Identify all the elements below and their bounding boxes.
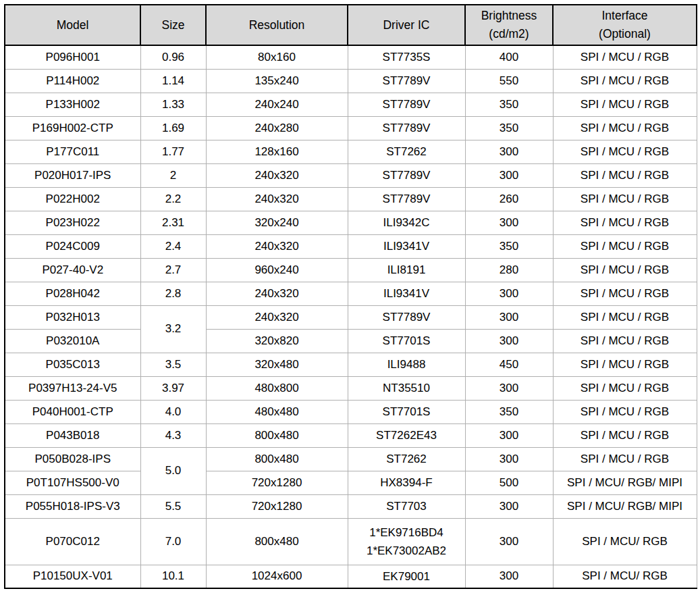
driver-ic-line: ST7789V	[354, 72, 460, 90]
table-row: P022H0022.2240x320ST7789V260SPI / MCU / …	[5, 187, 697, 211]
cell-resolution: 240x320	[206, 163, 348, 187]
cell-size: 3.5	[140, 353, 206, 376]
cell-driver-ic: ST7789V	[348, 305, 465, 329]
cell-interface: SPI / MCU/ RGB	[553, 518, 697, 565]
cell-model: P070C012	[5, 518, 140, 565]
cell-interface: SPI / MCU / RGB	[553, 258, 697, 282]
cell-interface: SPI / MCU / RGB	[553, 400, 697, 423]
cell-interface: SPI / MCU/ RGB/ MIPI	[553, 494, 697, 518]
cell-model: P055H018-IPS-V3	[5, 494, 140, 518]
table-row: P020H017-IPS2240x320ST7789V300SPI / MCU …	[5, 163, 697, 187]
cell-resolution: 720x1280	[206, 494, 348, 518]
driver-ic-line: ILI9341V	[354, 284, 460, 303]
cell-brightness: 300	[465, 305, 553, 329]
cell-brightness: 300	[465, 494, 553, 518]
cell-model: P040H001-CTP	[5, 400, 140, 423]
cell-brightness: 280	[465, 258, 553, 282]
table-row: P028H0422.8240x320ILI9341V300SPI / MCU /…	[5, 282, 697, 305]
cell-brightness: 350	[465, 116, 553, 140]
cell-brightness: 350	[465, 93, 553, 116]
cell-brightness: 300	[465, 423, 553, 447]
driver-ic-line: ST7703	[354, 497, 460, 515]
cell-resolution: 480x800	[206, 376, 348, 400]
column-header-line: Driver IC	[352, 16, 460, 34]
cell-size: 7.0	[140, 518, 206, 565]
table-row: P040H001-CTP4.0480x480ST7701S350SPI / MC…	[5, 400, 697, 423]
cell-brightness: 300	[465, 163, 553, 187]
driver-ic-line: ST7789V	[354, 308, 460, 326]
cell-model: P0397H13-24-V5	[5, 376, 140, 400]
cell-interface: SPI / MCU / RGB	[553, 140, 697, 163]
cell-model: P043B018	[5, 423, 140, 447]
driver-ic-line: ST7262	[354, 450, 460, 468]
cell-resolution: 240x320	[206, 234, 348, 258]
table-row: P070C0127.0800x4801*EK9716BD41*EK73002AB…	[5, 518, 697, 565]
cell-driver-ic: ST7735S	[348, 45, 465, 69]
cell-size: 2.31	[140, 211, 206, 234]
driver-ic-line: 1*EK9716BD4	[354, 523, 460, 542]
table-row: P050B028-IPS5.0800x480ST7262300SPI / MCU…	[5, 447, 697, 471]
header-row: ModelSizeResolutionDriver ICBrightness(c…	[5, 5, 697, 45]
cell-interface: SPI / MCU / RGB	[553, 45, 697, 69]
driver-ic-line: ST7789V	[354, 119, 460, 137]
column-header-line: Interface	[558, 7, 692, 25]
column-header-line: Brightness	[470, 7, 548, 25]
cell-driver-ic: ILI9341V	[348, 234, 465, 258]
driver-ic-line: ST7789V	[354, 190, 460, 208]
driver-ic-line: ST7262	[354, 143, 460, 161]
cell-model: P050B028-IPS	[5, 447, 140, 471]
table-row: P032010A320x820ST7701S300SPI / MCU / RGB	[5, 329, 697, 353]
cell-interface: SPI / MCU / RGB	[553, 163, 697, 187]
cell-size: 1.14	[140, 69, 206, 93]
cell-model: P020H017-IPS	[5, 163, 140, 187]
cell-brightness: 450	[465, 353, 553, 376]
cell-resolution: 80x160	[206, 45, 348, 69]
table-row: P043B0184.3800x480ST7262E43300SPI / MCU …	[5, 423, 697, 447]
cell-interface: SPI / MCU/ RGB/ MIPI	[553, 471, 697, 494]
cell-interface: SPI / MCU / RGB	[553, 116, 697, 140]
driver-ic-line: EK79001	[354, 567, 460, 586]
table-row: P024C0092.4240x320ILI9341V350SPI / MCU /…	[5, 234, 697, 258]
cell-driver-ic: HX8394-F	[348, 471, 465, 494]
cell-brightness: 300	[465, 565, 553, 588]
cell-size: 2.7	[140, 258, 206, 282]
cell-model: P10150UX-V01	[5, 565, 140, 588]
cell-driver-ic: ST7701S	[348, 329, 465, 353]
cell-interface: SPI / MCU / RGB	[553, 329, 697, 353]
cell-interface: SPI / MCU / RGB	[553, 282, 697, 305]
table-header: ModelSizeResolutionDriver ICBrightness(c…	[5, 5, 697, 45]
cell-interface: SPI / MCU / RGB	[553, 93, 697, 116]
column-header-line: (Optional)	[558, 25, 692, 43]
cell-brightness: 300	[465, 211, 553, 234]
cell-model: P035C013	[5, 353, 140, 376]
cell-size: 1.77	[140, 140, 206, 163]
column-header-resolution: Resolution	[206, 5, 348, 45]
cell-resolution: 240x240	[206, 93, 348, 116]
cell-driver-ic: ST7789V	[348, 187, 465, 211]
cell-size: 2.4	[140, 234, 206, 258]
driver-ic-line: ST7789V	[354, 95, 460, 113]
cell-driver-ic: 1*EK9716BD41*EK73002AB2	[348, 518, 465, 565]
cell-model: P096H001	[5, 45, 140, 69]
cell-driver-ic: ILI9342C	[348, 211, 465, 234]
cell-brightness: 300	[465, 140, 553, 163]
cell-interface: SPI / MCU / RGB	[553, 69, 697, 93]
table-row: P027-40-V22.7960x240ILI8191280SPI / MCU …	[5, 258, 697, 282]
cell-model: P133H002	[5, 93, 140, 116]
cell-brightness: 300	[465, 518, 553, 565]
column-header-line: Resolution	[211, 16, 343, 34]
column-header-line: Model	[9, 16, 136, 34]
cell-size: 5.5	[140, 494, 206, 518]
driver-ic-line: NT35510	[354, 379, 460, 397]
cell-size: 2	[140, 163, 206, 187]
driver-ic-line: HX8394-F	[354, 473, 460, 492]
cell-resolution: 800x480	[206, 447, 348, 471]
cell-size: 10.1	[140, 565, 206, 588]
table-row: P096H0010.9680x160ST7735S400SPI / MCU / …	[5, 45, 697, 69]
driver-ic-line: ST7262E43	[354, 426, 460, 444]
table-row: P032H0133.2240x320ST7789V300SPI / MCU / …	[5, 305, 697, 329]
cell-brightness: 350	[465, 400, 553, 423]
cell-size: 4.0	[140, 400, 206, 423]
driver-ic-line: ST7701S	[354, 403, 460, 421]
cell-interface: SPI / MCU / RGB	[553, 187, 697, 211]
